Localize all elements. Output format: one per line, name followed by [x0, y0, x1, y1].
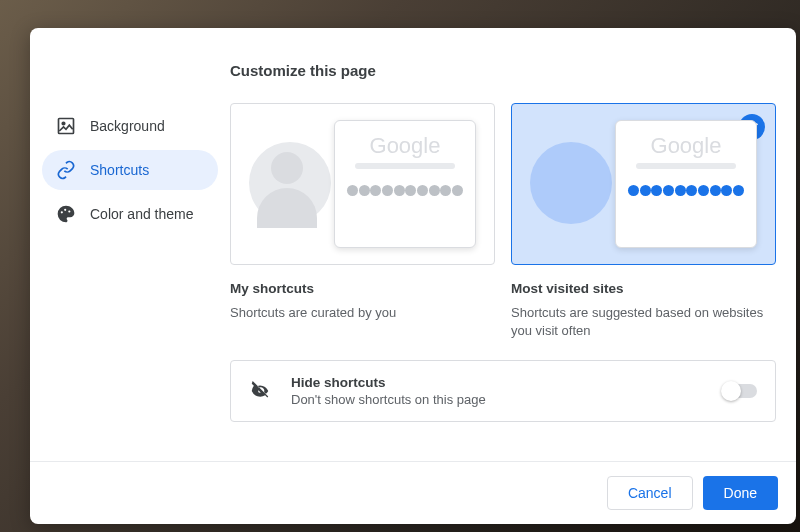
dot-icon: [721, 185, 732, 196]
page-title: Customize this page: [230, 62, 776, 79]
link-icon: [56, 160, 76, 180]
dot-icon: [651, 185, 662, 196]
cancel-button[interactable]: Cancel: [607, 476, 693, 510]
dot-icon: [733, 185, 744, 196]
svg-rect-0: [59, 119, 74, 134]
sidebar-item-label: Shortcuts: [90, 162, 149, 178]
dot-icon: [370, 185, 381, 196]
svg-point-3: [64, 209, 66, 211]
customize-dialog: Background Shortcuts Color and theme Cus…: [30, 28, 796, 524]
mini-preview: Google: [615, 120, 757, 248]
shortcut-dots: [628, 185, 744, 196]
search-bar-icon: [355, 163, 455, 169]
card-my-shortcuts[interactable]: Google: [230, 103, 495, 265]
content-pane: Customize this page Google: [230, 28, 796, 461]
dot-icon: [663, 185, 674, 196]
svg-point-2: [61, 211, 63, 213]
dot-icon: [710, 185, 721, 196]
option-most-visited: Google Most visited sites Shortcuts are …: [511, 103, 776, 340]
sidebar-item-label: Background: [90, 118, 165, 134]
sidebar-item-background[interactable]: Background: [42, 106, 218, 146]
dot-icon: [359, 185, 370, 196]
dialog-body: Background Shortcuts Color and theme Cus…: [30, 28, 796, 461]
preview-most-visited: Google: [512, 104, 775, 264]
dot-icon: [686, 185, 697, 196]
option-my-shortcuts: Google My shortcuts Shortcuts are curate…: [230, 103, 495, 340]
shortcut-options: Google My shortcuts Shortcuts are curate…: [230, 103, 776, 340]
google-logo: Google: [370, 133, 441, 159]
hide-shortcuts-toggle[interactable]: [723, 384, 757, 398]
sidebar-item-label: Color and theme: [90, 206, 194, 222]
card-most-visited[interactable]: Google: [511, 103, 776, 265]
option-title: My shortcuts: [230, 281, 495, 296]
hide-shortcuts-texts: Hide shortcuts Don't show shortcuts on t…: [291, 375, 703, 407]
dot-icon: [347, 185, 358, 196]
hide-shortcuts-row: Hide shortcuts Don't show shortcuts on t…: [230, 360, 776, 422]
globe-icon: [530, 142, 612, 224]
dot-icon: [628, 185, 639, 196]
palette-icon: [56, 204, 76, 224]
avatar-head-icon: [271, 152, 303, 184]
dot-icon: [698, 185, 709, 196]
dot-icon: [452, 185, 463, 196]
dot-icon: [640, 185, 651, 196]
option-title: Most visited sites: [511, 281, 776, 296]
dot-icon: [440, 185, 451, 196]
option-desc: Shortcuts are curated by you: [230, 304, 495, 322]
toggle-knob: [721, 381, 741, 401]
sidebar: Background Shortcuts Color and theme: [30, 28, 230, 461]
shortcut-dots: [347, 185, 463, 196]
dot-icon: [405, 185, 416, 196]
sidebar-item-shortcuts[interactable]: Shortcuts: [42, 150, 218, 190]
dot-icon: [417, 185, 428, 196]
dot-icon: [429, 185, 440, 196]
google-logo: Google: [651, 133, 722, 159]
eye-off-icon: [249, 380, 271, 402]
dot-icon: [382, 185, 393, 196]
option-desc: Shortcuts are suggested based on website…: [511, 304, 776, 340]
search-bar-icon: [636, 163, 736, 169]
dot-icon: [675, 185, 686, 196]
hide-shortcuts-desc: Don't show shortcuts on this page: [291, 392, 703, 407]
dot-icon: [394, 185, 405, 196]
sidebar-item-color-theme[interactable]: Color and theme: [42, 194, 218, 234]
mini-preview: Google: [334, 120, 476, 248]
dialog-footer: Cancel Done: [30, 461, 796, 524]
hide-shortcuts-title: Hide shortcuts: [291, 375, 703, 390]
svg-point-4: [68, 210, 70, 212]
svg-point-1: [62, 122, 65, 125]
preview-my-shortcuts: Google: [231, 104, 494, 264]
image-frame-icon: [56, 116, 76, 136]
done-button[interactable]: Done: [703, 476, 778, 510]
